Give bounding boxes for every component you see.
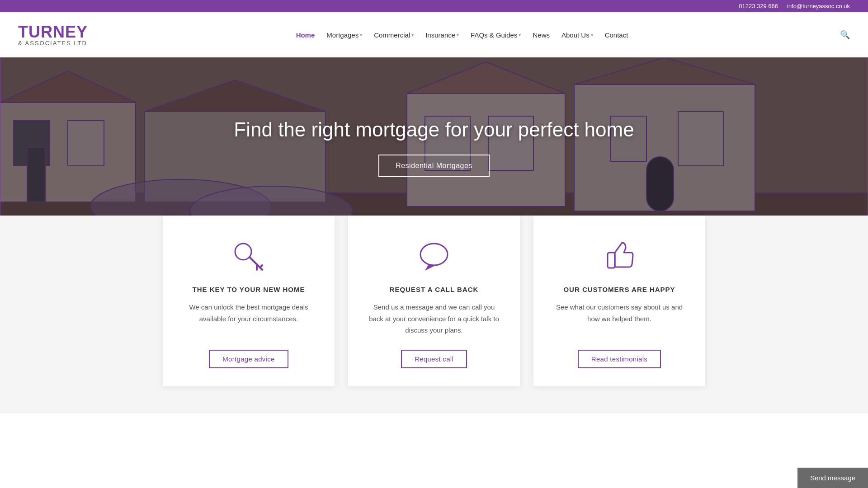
nav-item-faqs---guides[interactable]: FAQs & Guides ▾ <box>466 28 525 42</box>
phone-number: 01223 329 666 <box>739 3 778 9</box>
card-desc-callback: Send us a message and we can call you ba… <box>366 301 502 336</box>
card-btn-testimonials[interactable]: Read testimonials <box>578 350 661 368</box>
chat-icon <box>416 238 452 274</box>
nav-dropdown-arrow: ▾ <box>457 33 459 38</box>
email-link[interactable]: info@turneyassoc.co.uk <box>787 3 850 9</box>
svg-line-24 <box>260 265 262 267</box>
card-title-callback: REQUEST A CALL BACK <box>390 286 479 293</box>
nav-item-news[interactable]: News <box>528 28 554 42</box>
main-nav: HomeMortgages ▾Commercial ▾Insurance ▾FA… <box>292 28 633 42</box>
header: TURNEY & ASSOCIATES LTD HomeMortgages ▾C… <box>0 12 868 57</box>
card-callback: REQUEST A CALL BACKSend us a message and… <box>348 216 520 386</box>
nav-item-about-us[interactable]: About Us ▾ <box>557 28 598 42</box>
nav-item-mortgages[interactable]: Mortgages ▾ <box>322 28 367 42</box>
hero-heading: Find the right mortgage for your perfect… <box>234 118 634 141</box>
cards-section: THE KEY TO YOUR NEW HOMEWe can unlock th… <box>0 216 868 413</box>
nav-item-contact[interactable]: Contact <box>600 28 633 42</box>
card-title-key: THE KEY TO YOUR NEW HOME <box>192 286 305 293</box>
card-btn-key[interactable]: Mortgage advice <box>209 350 288 368</box>
svg-point-25 <box>420 244 448 265</box>
card-btn-callback[interactable]: Request call <box>401 350 467 368</box>
svg-rect-27 <box>608 253 615 268</box>
nav-dropdown-arrow: ▾ <box>411 33 414 38</box>
card-desc-testimonials: See what our customers say about us and … <box>552 301 687 336</box>
key-icon <box>231 238 267 274</box>
card-title-testimonials: OUR CUSTOMERS ARE HAPPY <box>563 286 675 293</box>
nav-dropdown-arrow: ▾ <box>360 33 362 38</box>
search-button[interactable]: 🔍 <box>840 30 850 40</box>
nav-item-home[interactable]: Home <box>292 28 320 42</box>
thumbsup-icon <box>601 238 637 274</box>
nav-item-commercial[interactable]: Commercial ▾ <box>369 28 418 42</box>
logo-sub: & ASSOCIATES LTD <box>18 40 88 46</box>
nav-item-insurance[interactable]: Insurance ▾ <box>421 28 463 42</box>
card-testimonials: OUR CUSTOMERS ARE HAPPYSee what our cust… <box>533 216 705 386</box>
card-desc-key: We can unlock the best mortgage deals av… <box>181 301 316 336</box>
hero-section: Find the right mortgage for your perfect… <box>0 57 868 238</box>
hero-cta-button[interactable]: Residential Mortgages <box>378 155 490 177</box>
nav-dropdown-arrow: ▾ <box>519 33 521 38</box>
svg-marker-26 <box>425 264 436 271</box>
top-bar: 01223 329 666 info@turneyassoc.co.uk <box>0 0 868 12</box>
logo[interactable]: TURNEY & ASSOCIATES LTD <box>18 24 88 46</box>
card-key: THE KEY TO YOUR NEW HOMEWe can unlock th… <box>163 216 335 386</box>
hero-content: Find the right mortgage for your perfect… <box>234 118 634 177</box>
nav-dropdown-arrow: ▾ <box>591 33 593 38</box>
logo-main: TURNEY <box>18 24 88 40</box>
